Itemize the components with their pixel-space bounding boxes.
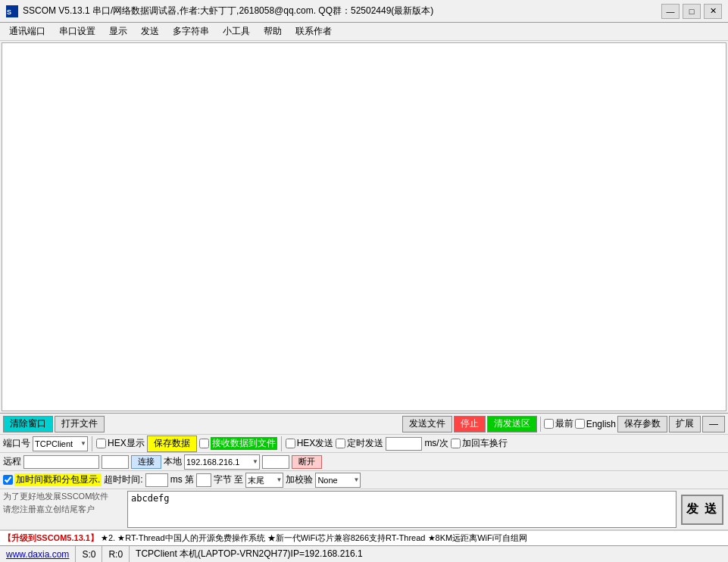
port-select[interactable]: TCPClient — [33, 436, 88, 451]
always-top-label[interactable]: 最前 — [544, 417, 573, 430]
recv-file-text: 接收数据到文件 — [211, 437, 277, 450]
hex-send-label[interactable]: HEX发送 — [286, 437, 334, 450]
local-ip-select[interactable]: 192.168.216.1 — [184, 454, 260, 470]
ms-label: ms 第 — [170, 473, 194, 486]
send-file-button[interactable]: 发送文件 — [402, 416, 452, 432]
app-title: SSCOM V5.13.1 串口/网络数据调试器,作者:大虾丁丁,2618058… — [23, 5, 433, 17]
menu-tools[interactable]: 小工具 — [217, 23, 256, 39]
send-promo: 为了更好地发展SSCOM软件 请您注册嘉立创结尾客户 — [3, 491, 124, 528]
local-label: 本地 — [164, 455, 182, 468]
status-s: S:0 — [76, 546, 102, 562]
sep2 — [92, 436, 92, 451]
save-params-button[interactable]: 保存参数 — [617, 416, 667, 432]
timeout-input[interactable]: 20 — [145, 473, 168, 487]
english-text: English — [586, 419, 616, 429]
remote-ip-input[interactable]: 120.76.28.211 — [23, 455, 99, 469]
timestamp-checkbox[interactable] — [3, 475, 13, 485]
send-button[interactable]: 发 送 — [681, 495, 723, 525]
menu-display[interactable]: 显示 — [103, 23, 133, 39]
byte-from-input[interactable]: 1 — [196, 473, 211, 487]
ticker-text: ★2. ★RT-Thread中国人的开源免费操作系统 ★新一代WiFi芯片兼容8… — [101, 533, 527, 542]
byte-to-select[interactable]: 末尾 — [245, 473, 283, 488]
local-port-input[interactable]: 777 — [262, 455, 289, 469]
checksum-dropdown[interactable]: None — [315, 473, 361, 488]
menu-contact[interactable]: 联系作者 — [289, 23, 338, 39]
timestamp-text: 加时间戳和分包显示. — [14, 473, 102, 486]
hex-display-label[interactable]: HEX显示 — [96, 437, 145, 450]
menu-port-settings[interactable]: 串口设置 — [53, 23, 102, 39]
carriage-return-label[interactable]: 加回车换行 — [451, 437, 508, 450]
hex-send-checkbox[interactable] — [286, 439, 295, 448]
remote-port-input[interactable]: 80 — [102, 455, 129, 469]
close-button[interactable]: ✕ — [704, 4, 722, 19]
bottom-panel: 清除窗口 打开文件 发送文件 停止 清发送区 最前 English 保存参数 扩… — [0, 413, 728, 562]
timestamp-label[interactable]: 加时间戳和分包显示. — [3, 473, 102, 486]
title-controls: — □ ✕ — [661, 4, 722, 19]
english-checkbox[interactable] — [575, 419, 585, 429]
news-ticker: 【升级到SSCOM5.13.1】 ★2. ★RT-Thread中国人的开源免费操… — [0, 530, 728, 545]
disconnect-button[interactable]: 断开 — [292, 455, 322, 469]
receive-area[interactable] — [2, 42, 726, 411]
send-area: 为了更好地发展SSCOM软件 请您注册嘉立创结尾客户 发 送 — [0, 489, 728, 530]
title-left: S SSCOM V5.13.1 串口/网络数据调试器,作者:大虾丁丁,26180… — [6, 5, 433, 17]
promo-line1: 为了更好地发展SSCOM软件 — [3, 491, 124, 502]
checksum-select[interactable]: None — [315, 473, 361, 488]
local-ip-dropdown[interactable]: 192.168.216.1 — [184, 454, 260, 470]
menu-comport[interactable]: 通讯端口 — [3, 23, 52, 39]
maximize-button[interactable]: □ — [683, 4, 701, 19]
timed-send-checkbox[interactable] — [336, 439, 345, 448]
port-dropdown[interactable]: TCPClient — [33, 436, 88, 451]
hex-send-text: HEX发送 — [297, 437, 334, 450]
title-bar: S SSCOM V5.13.1 串口/网络数据调试器,作者:大虾丁丁,26180… — [0, 0, 728, 23]
english-label[interactable]: English — [575, 419, 616, 429]
minimize-button[interactable]: — — [661, 4, 680, 19]
menu-bar: 通讯端口 串口设置 显示 发送 多字符串 小工具 帮助 联系作者 — [0, 23, 728, 41]
connect-button[interactable]: 连接 — [131, 455, 161, 469]
expand-button[interactable]: 扩展 — [669, 416, 701, 432]
hex-display-text: HEX显示 — [108, 437, 145, 450]
promo-line2: 请您注册嘉立创结尾客户 — [3, 504, 124, 515]
send-text-input[interactable] — [127, 491, 676, 528]
menu-send[interactable]: 发送 — [135, 23, 165, 39]
remote-label: 远程 — [3, 455, 21, 468]
menu-multistring[interactable]: 多字符串 — [167, 23, 215, 39]
row-options: 加时间戳和分包显示. 超时时间: 20 ms 第 1 字节 至 末尾 加校验 N… — [0, 471, 728, 489]
byte-label: 字节 至 — [214, 473, 243, 486]
port-label: 端口号 — [3, 437, 30, 450]
always-top-checkbox[interactable] — [544, 419, 554, 429]
main-content: 清除窗口 打开文件 发送文件 停止 清发送区 最前 English 保存参数 扩… — [0, 41, 728, 562]
clear-send-button[interactable]: 清发送区 — [487, 416, 537, 432]
timed-interval-input[interactable]: 1000 — [386, 437, 422, 451]
row-remote: 远程 120.76.28.211 80 连接 本地 192.168.216.1 … — [0, 453, 728, 471]
status-bar: www.daxia.com S:0 R:0 TCPClient 本机(LAPTO… — [0, 545, 728, 562]
receive-panel: 清除窗口 打开文件 发送文件 停止 清发送区 最前 English 保存参数 扩… — [0, 41, 728, 562]
collapse-button[interactable]: — — [702, 416, 725, 432]
hex-display-checkbox[interactable] — [96, 439, 106, 448]
row-port-settings: 端口号 TCPClient HEX显示 保存数据 接收数据到文件 — [0, 435, 728, 453]
checksum-label: 加校验 — [286, 473, 313, 486]
open-file-button[interactable]: 打开文件 — [55, 416, 105, 432]
status-r: R:0 — [102, 546, 130, 562]
status-connection: TCPClient 本机(LAPTOP-VRN2QH77)IP=192.168.… — [130, 546, 369, 562]
always-top-text: 最前 — [555, 417, 573, 430]
svg-text:S: S — [7, 8, 11, 16]
timed-send-text: 定时发送 — [347, 437, 383, 450]
toolbar-row1: 清除窗口 打开文件 发送文件 停止 清发送区 最前 English 保存参数 扩… — [0, 414, 728, 435]
menu-help[interactable]: 帮助 — [258, 23, 288, 39]
recv-file-label[interactable]: 接收数据到文件 — [199, 437, 277, 450]
separator1 — [540, 417, 541, 432]
status-website[interactable]: www.daxia.com — [3, 546, 76, 562]
carriage-return-text: 加回车换行 — [462, 437, 508, 450]
ms-per-label: ms/次 — [424, 437, 448, 450]
app-icon: S — [6, 5, 18, 17]
timed-send-label[interactable]: 定时发送 — [336, 437, 383, 450]
send-button-container: 发 送 — [680, 491, 725, 528]
stop-button[interactable]: 停止 — [454, 416, 486, 432]
byte-to-dropdown[interactable]: 末尾 — [245, 473, 283, 488]
carriage-return-checkbox[interactable] — [451, 439, 461, 448]
clear-window-button[interactable]: 清除窗口 — [3, 416, 53, 432]
save-data-button[interactable]: 保存数据 — [147, 436, 197, 452]
timeout-label: 超时时间: — [104, 473, 142, 486]
sep3 — [281, 436, 282, 451]
recv-file-checkbox[interactable] — [199, 439, 209, 448]
